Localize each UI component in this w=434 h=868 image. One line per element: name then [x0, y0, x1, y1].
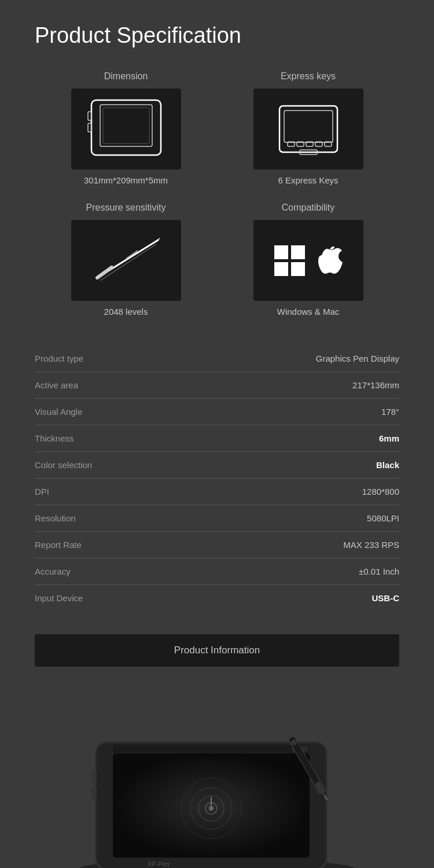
expresskeys-image	[253, 89, 363, 170]
device-illustration: XP-Pen	[49, 696, 385, 868]
specs-row-label-8: Accuracy	[35, 567, 71, 576]
svg-line-18	[100, 244, 156, 281]
svg-rect-36	[92, 787, 97, 799]
compat-image	[253, 220, 363, 301]
specs-row-value-2: 178°	[381, 407, 399, 417]
svg-rect-1	[100, 105, 152, 146]
specs-row-4: Color selectionBlack	[35, 452, 399, 479]
svg-text:XP-Pen: XP-Pen	[148, 860, 170, 867]
specs-row-value-7: MAX 233 RPS	[343, 540, 399, 550]
specs-row-value-6: 5080LPI	[367, 513, 399, 523]
specs-row-label-5: DPI	[35, 487, 49, 496]
compat-value: Windows & Mac	[277, 307, 340, 317]
specs-row-label-9: Input Device	[35, 593, 83, 603]
specs-row-6: Resolution5080LPI	[35, 505, 399, 532]
specs-row-label-4: Color selection	[35, 460, 92, 470]
expresskeys-value: 6 Express Keys	[278, 175, 338, 185]
specs-row-7: Report RateMAX 233 RPS	[35, 532, 399, 558]
specs-row-value-5: 1280*800	[362, 487, 399, 496]
product-info-button[interactable]: Product Information	[35, 634, 399, 667]
svg-rect-6	[284, 111, 333, 142]
expresskeys-label: Express keys	[281, 71, 336, 82]
dimension-label: Dimension	[104, 71, 148, 82]
svg-rect-19	[274, 245, 288, 259]
svg-point-33	[209, 806, 214, 811]
svg-rect-21	[274, 262, 288, 276]
specs-row-1: Active area217*136mm	[35, 372, 399, 399]
specs-row-label-7: Report Rate	[35, 540, 82, 550]
specs-row-3: Thickness6mm	[35, 425, 399, 452]
specs-row-value-9: USB-C	[372, 593, 400, 603]
svg-rect-5	[279, 106, 337, 152]
specs-table: Product typeGraphics Pen DisplayActive a…	[35, 345, 399, 611]
specs-row-label-3: Thickness	[35, 433, 74, 443]
dimension-image	[71, 89, 181, 170]
specs-row-8: Accuracy±0.01 Inch	[35, 558, 399, 585]
specs-row-value-8: ±0.01 Inch	[359, 567, 399, 576]
spec-cell-compat: Compatibility Windows & Mac	[217, 197, 399, 328]
specs-row-label-6: Resolution	[35, 513, 76, 523]
svg-line-17	[152, 238, 160, 244]
page-title: Product Specification	[0, 0, 434, 65]
specs-row-label-0: Product type	[35, 354, 83, 363]
spec-cell-pressure: Pressure sensitivity 2048 levels	[35, 197, 217, 328]
specs-row-label-2: Visual Angle	[35, 407, 82, 417]
product-info-label: Product Information	[174, 645, 260, 656]
svg-rect-37	[113, 745, 310, 753]
svg-rect-22	[291, 262, 305, 276]
svg-line-14	[97, 267, 112, 278]
spec-cell-dimension: Dimension 301mm*209mm*5mm	[35, 65, 217, 197]
spec-cell-expresskeys: Express keys 6 Express Keys	[217, 65, 399, 197]
compat-label: Compatibility	[282, 203, 335, 213]
svg-rect-35	[92, 771, 97, 782]
specs-row-value-1: 217*136mm	[352, 380, 399, 390]
pressure-label: Pressure sensitivity	[86, 203, 166, 213]
specs-row-value-3: 6mm	[379, 433, 399, 443]
pressure-value: 2048 levels	[104, 307, 148, 317]
specs-row-value-0: Graphics Pen Display	[316, 354, 399, 363]
specs-row-9: Input DeviceUSB-C	[35, 585, 399, 611]
specs-row-2: Visual Angle178°	[35, 399, 399, 425]
specs-row-0: Product typeGraphics Pen Display	[35, 345, 399, 372]
device-image-area: XP-Pen	[0, 684, 434, 868]
specs-row-value-4: Black	[376, 460, 399, 470]
pressure-image	[71, 220, 181, 301]
specs-grid: Dimension 301mm*209mm*5mm Express keys	[0, 65, 434, 328]
specs-row-label-1: Active area	[35, 380, 78, 390]
specs-row-5: DPI1280*800	[35, 479, 399, 505]
svg-rect-20	[291, 245, 305, 259]
dimension-value: 301mm*209mm*5mm	[84, 175, 168, 185]
